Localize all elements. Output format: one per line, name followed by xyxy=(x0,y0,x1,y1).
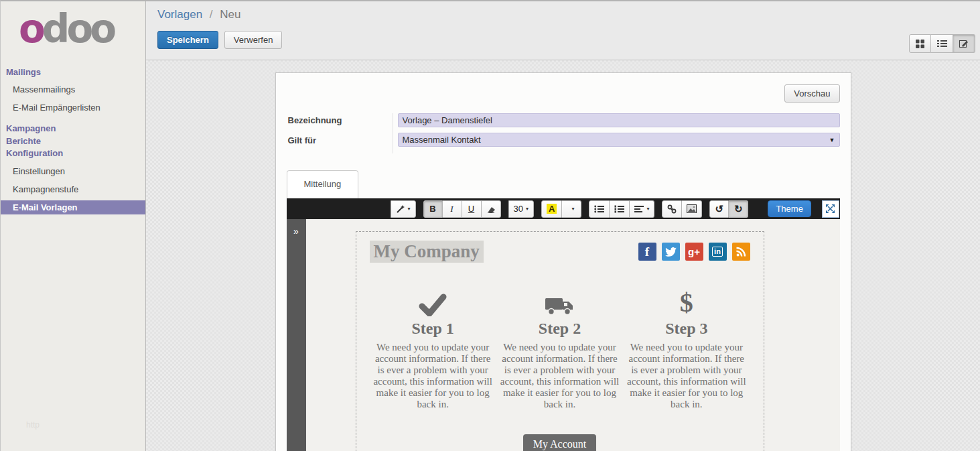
kanban-view-button[interactable] xyxy=(909,34,931,53)
sidebar-section-berichte[interactable]: Berichte xyxy=(1,135,145,147)
image-icon xyxy=(687,204,697,213)
redo-button[interactable]: ↻ xyxy=(729,200,748,218)
editor-canvas: » My Company f g+ xyxy=(287,219,840,451)
odoo-logo-accent: o xyxy=(19,6,42,52)
caret-down-icon: ▾ xyxy=(571,206,574,212)
sidebar-item-email-empfaengerlisten[interactable]: E-Mail Empängerlisten xyxy=(1,101,145,115)
email-editing-area[interactable]: My Company f g+ in xyxy=(306,219,840,451)
select-arrow-icon: ▼ xyxy=(829,137,835,143)
gilt-fuer-selected-value: Massenmail Kontakt xyxy=(403,135,481,145)
content-background: Vorschau Bezeichnung Gilt für Massenmail… xyxy=(146,60,980,451)
dollar-icon: $ xyxy=(623,289,750,316)
edit-form-icon xyxy=(959,39,969,48)
ordered-list-icon xyxy=(614,205,624,213)
ordered-list-button[interactable] xyxy=(610,200,630,218)
my-account-button[interactable]: My Account xyxy=(523,434,597,451)
caret-down-icon: ▾ xyxy=(526,206,529,212)
odoo-logo: odoo xyxy=(1,1,145,66)
bold-button[interactable]: B xyxy=(423,200,443,218)
checkmark-icon xyxy=(370,289,496,316)
status-ghost-text: http xyxy=(26,420,40,430)
sidebar-section-kampagnen[interactable]: Kampagnen xyxy=(1,122,145,135)
twitter-bird-icon xyxy=(665,247,677,257)
step-1-column[interactable]: Step 1 We need you to update your accoun… xyxy=(370,289,496,410)
tab-mitteilung[interactable]: Mitteilung xyxy=(287,170,359,198)
step-1-title[interactable]: Step 1 xyxy=(370,320,496,338)
paragraph-align-button[interactable]: ▾ xyxy=(630,200,654,218)
view-switcher xyxy=(909,34,975,53)
preview-row: Vorschau xyxy=(287,73,840,103)
breadcrumb: Vorlagen / Neu xyxy=(157,8,980,21)
caret-down-icon: ▾ xyxy=(408,206,411,212)
font-size-button[interactable]: 30 ▾ xyxy=(508,200,534,218)
sidebar-item-email-vorlagen[interactable]: E-Mail Vorlagen xyxy=(1,200,145,214)
facebook-icon[interactable]: f xyxy=(638,243,656,261)
app-window: odoo Mailings Massenmailings E-Mail Empä… xyxy=(0,0,980,451)
magic-wand-icon xyxy=(396,204,405,214)
list-icon xyxy=(937,40,947,48)
discard-button[interactable]: Verwerfen xyxy=(224,31,283,49)
editor-toolbar: ▾ B I U 30 ▾ xyxy=(287,198,840,219)
insert-image-button[interactable] xyxy=(682,200,702,218)
underline-button[interactable]: U xyxy=(462,200,482,218)
fullscreen-button[interactable] xyxy=(822,200,839,218)
form-view-button[interactable] xyxy=(953,34,975,53)
breadcrumb-vorlagen-link[interactable]: Vorlagen xyxy=(157,8,202,21)
eraser-icon xyxy=(486,205,496,213)
insert-link-button[interactable] xyxy=(662,200,682,218)
google-plus-icon[interactable]: g+ xyxy=(685,243,703,261)
sidebar-item-kampagnenstufe[interactable]: Kampagnenstufe xyxy=(1,182,145,197)
eraser-button[interactable] xyxy=(482,200,501,218)
step-3-body[interactable]: We need you to update your account infor… xyxy=(625,342,748,410)
record-actions: Speichern Verwerfen xyxy=(157,31,980,49)
font-color-swatch: A xyxy=(547,204,557,214)
breadcrumb-separator: / xyxy=(210,8,213,21)
breadcrumb-current: Neu xyxy=(220,8,240,21)
kanban-icon xyxy=(916,40,924,48)
list-view-button[interactable] xyxy=(931,34,953,53)
step-2-title[interactable]: Step 2 xyxy=(496,320,623,338)
rss-icon[interactable] xyxy=(732,243,750,261)
theme-button[interactable]: Theme xyxy=(768,200,811,217)
style-wand-button[interactable]: ▾ xyxy=(391,200,416,218)
linkedin-icon[interactable]: in xyxy=(709,243,727,261)
sidebar-section-mailings[interactable]: Mailings xyxy=(1,66,145,79)
step-1-body[interactable]: We need you to update your account infor… xyxy=(371,342,494,410)
twitter-icon[interactable] xyxy=(662,243,680,261)
caret-down-icon: ▾ xyxy=(646,206,649,212)
main-area: Vorlagen / Neu Speichern Verwerfen xyxy=(146,1,980,451)
fullscreen-icon xyxy=(825,204,835,214)
form-sheet: Vorschau Bezeichnung Gilt für Massenmail… xyxy=(275,72,851,451)
sidebar-section-konfiguration[interactable]: Konfiguration xyxy=(1,147,145,159)
unordered-list-button[interactable] xyxy=(589,200,610,218)
link-icon xyxy=(667,204,677,214)
account-button-row: My Account xyxy=(370,434,750,451)
italic-button[interactable]: I xyxy=(443,200,462,218)
chevron-right-icon: » xyxy=(293,226,299,237)
sidebar-nav: Mailings Massenmailings E-Mail Empängerl… xyxy=(1,66,145,214)
font-color-button[interactable]: A xyxy=(541,200,562,218)
step-2-column[interactable]: Step 2 We need you to update your accoun… xyxy=(496,289,623,410)
step-3-title[interactable]: Step 3 xyxy=(623,320,750,338)
gilt-fuer-select[interactable]: Massenmail Kontakt ▼ xyxy=(398,133,840,147)
undo-button[interactable]: ↺ xyxy=(709,200,729,218)
align-icon xyxy=(634,205,644,213)
steps-row: Step 1 We need you to update your accoun… xyxy=(370,289,750,410)
odoo-logo-text: odoo xyxy=(19,6,113,52)
gilt-fuer-label: Gilt für xyxy=(287,133,393,147)
sidebar-item-einstellungen[interactable]: Einstellungen xyxy=(1,164,145,179)
step-3-column[interactable]: $ Step 3 We need you to update your acco… xyxy=(623,289,750,410)
step-2-body[interactable]: We need you to update your account infor… xyxy=(498,342,621,410)
bezeichnung-input[interactable] xyxy=(398,113,840,127)
font-color-caret-button[interactable]: ▾ xyxy=(562,200,581,218)
save-button[interactable]: Speichern xyxy=(157,31,218,49)
company-name-text[interactable]: My Company xyxy=(370,241,484,263)
field-inputs-column: Massenmail Kontakt ▼ xyxy=(393,113,840,153)
sidebar-item-massenmailings[interactable]: Massenmailings xyxy=(1,82,145,97)
snippet-panel-expander[interactable]: » xyxy=(287,219,306,451)
email-template-body[interactable]: My Company f g+ in xyxy=(356,231,764,451)
email-header-row: My Company f g+ in xyxy=(370,241,750,263)
preview-button[interactable]: Vorschau xyxy=(784,84,839,103)
field-labels-column: Bezeichnung Gilt für xyxy=(287,113,393,153)
form-fields: Bezeichnung Gilt für Massenmail Kontakt … xyxy=(287,113,840,153)
